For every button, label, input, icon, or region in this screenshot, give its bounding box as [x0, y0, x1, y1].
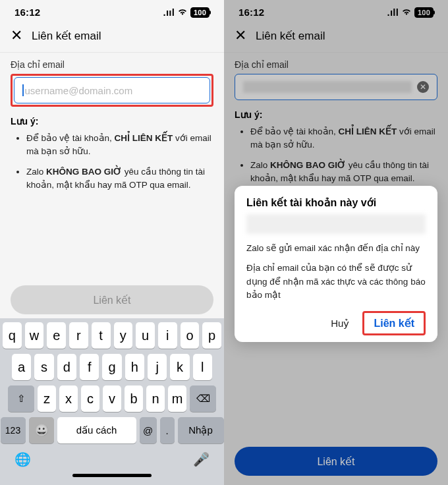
- text-cursor: [22, 84, 24, 96]
- key-x[interactable]: x: [59, 385, 78, 412]
- dialog-title: Liên kết tài khoản này với: [246, 196, 426, 209]
- key-w[interactable]: w: [25, 322, 44, 349]
- email-placeholder: username@domain.com: [25, 85, 202, 96]
- at-key[interactable]: @: [140, 417, 157, 443]
- key-u[interactable]: u: [136, 322, 155, 349]
- redacted-email: [246, 214, 426, 234]
- hint-item: Để bảo vệ tài khoản, CHỈ LIÊN KẾT với em…: [26, 132, 213, 159]
- key-e[interactable]: e: [47, 322, 66, 349]
- battery-icon: 100: [190, 7, 210, 18]
- key-f[interactable]: f: [80, 354, 99, 380]
- key-r[interactable]: r: [69, 322, 88, 349]
- email-label: Địa chỉ email: [11, 59, 213, 70]
- cancel-button[interactable]: Huỷ: [324, 314, 356, 333]
- header: ✕ Liên kết email: [0, 20, 224, 52]
- confirm-link-button[interactable]: Liên kết: [362, 311, 426, 335]
- enter-key[interactable]: Nhập: [178, 417, 224, 443]
- link-button-disabled: Liên kết: [11, 285, 213, 314]
- confirm-dialog: Liên kết tài khoản này với Zalo sẽ gửi e…: [235, 186, 437, 342]
- highlight-box: username@domain.com: [11, 74, 213, 107]
- key-v[interactable]: v: [103, 385, 121, 412]
- key-t[interactable]: t: [92, 322, 111, 349]
- numbers-key[interactable]: 123: [1, 417, 26, 443]
- mic-icon[interactable]: 🎤: [193, 451, 210, 467]
- email-input[interactable]: username@domain.com: [14, 77, 210, 103]
- dialog-body: Địa chỉ email của bạn có thể sẽ được sử …: [246, 262, 426, 302]
- hint-item: Zalo KHÔNG BAO GIỜ yêu cầu thông tin tài…: [26, 165, 213, 192]
- page-title: Liên kết email: [32, 29, 101, 43]
- backspace-key[interactable]: ⌫: [190, 385, 216, 412]
- screen-email-input: 16:12 .ııl 100 ✕ Liên kết email Địa chỉ …: [0, 0, 224, 485]
- key-d[interactable]: d: [57, 354, 76, 380]
- key-n[interactable]: n: [146, 385, 165, 412]
- dot-key[interactable]: .: [160, 417, 175, 443]
- key-z[interactable]: z: [38, 385, 56, 412]
- key-j[interactable]: j: [148, 354, 167, 380]
- close-icon[interactable]: ✕: [11, 28, 22, 43]
- hint-title: Lưu ý:: [11, 116, 213, 127]
- status-bar: 16:12 .ııl 100: [0, 0, 224, 20]
- key-s[interactable]: s: [34, 354, 53, 380]
- space-key[interactable]: dấu cách: [57, 417, 136, 443]
- key-i[interactable]: i: [158, 322, 177, 349]
- key-b[interactable]: b: [125, 385, 143, 412]
- emoji-key[interactable]: 😀: [29, 417, 54, 443]
- key-k[interactable]: k: [170, 354, 189, 380]
- key-q[interactable]: q: [3, 322, 22, 349]
- key-p[interactable]: p: [202, 322, 221, 349]
- home-indicator: [72, 474, 152, 477]
- screen-confirm-dialog: 16:12 .ıll 100 ✕ Liên kết email Địa chỉ …: [224, 0, 448, 485]
- globe-icon[interactable]: 🌐: [14, 451, 31, 467]
- key-y[interactable]: y: [114, 322, 133, 349]
- key-m[interactable]: m: [168, 385, 186, 412]
- hint-list: Để bảo vệ tài khoản, CHỈ LIÊN KẾT với em…: [11, 132, 213, 192]
- dialog-body: Zalo sẽ gửi email xác nhận đến địa chỉ n…: [246, 242, 426, 255]
- key-l[interactable]: l: [193, 354, 212, 380]
- key-c[interactable]: c: [81, 385, 99, 412]
- key-a[interactable]: a: [12, 354, 31, 380]
- keyboard: qwertyuiop asdfghjkl ⇧ zxcvbnm ⌫ 123 😀 d…: [0, 318, 224, 485]
- wifi-icon: [177, 7, 188, 18]
- status-time: 16:12: [14, 7, 40, 18]
- key-g[interactable]: g: [102, 354, 121, 380]
- signal-icon: .ııl: [163, 7, 175, 18]
- key-h[interactable]: h: [125, 354, 144, 380]
- shift-key[interactable]: ⇧: [8, 385, 34, 412]
- key-o[interactable]: o: [181, 322, 200, 349]
